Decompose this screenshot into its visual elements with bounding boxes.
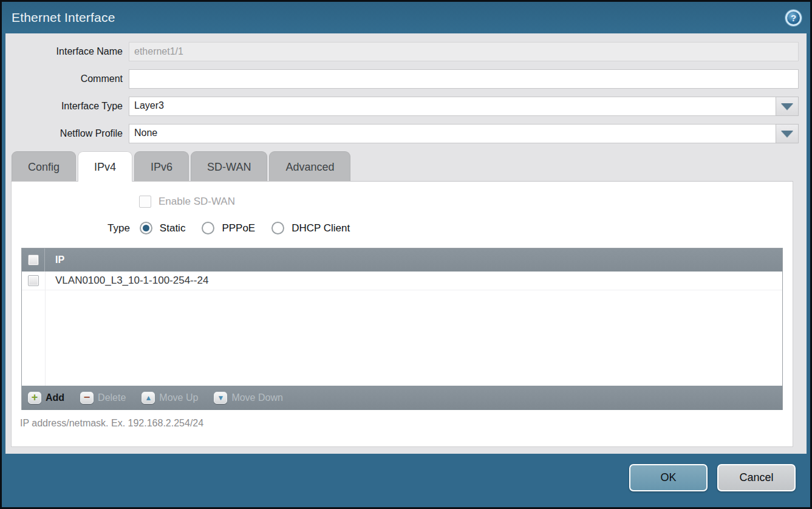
tab-sdwan[interactable]: SD-WAN <box>191 151 267 182</box>
type-label: Type <box>107 222 130 234</box>
chevron-down-icon <box>781 131 793 137</box>
radio-button-icon <box>140 222 152 234</box>
table-toolbar: + Add − Delete ▲ Move Up ▼ Move Down <box>22 386 782 410</box>
ip-format-hint: IP address/netmask. Ex. 192.168.2.254/24 <box>20 418 793 429</box>
ip-column-header: IP <box>45 254 64 265</box>
interface-type-label: Interface Type <box>5 101 129 112</box>
select-all-checkbox[interactable] <box>28 254 39 265</box>
arrow-down-icon: ▼ <box>214 392 227 404</box>
interface-name-label: Interface Name <box>5 46 129 57</box>
form-row-interface-type: Interface Type Layer3 <box>5 97 799 116</box>
netflow-profile-label: Netflow Profile <box>5 128 129 139</box>
tab-config[interactable]: Config <box>12 151 76 182</box>
interface-type-dropdown-button[interactable] <box>776 97 799 116</box>
add-button[interactable]: + Add <box>28 392 64 404</box>
type-row: Type Static PPPoE DHCP Client <box>107 222 793 234</box>
move-down-button-label: Move Down <box>231 392 282 403</box>
radio-dhcp-client-label: DHCP Client <box>292 222 350 234</box>
comment-input[interactable] <box>129 69 799 89</box>
minus-icon: − <box>80 392 94 404</box>
comment-label: Comment <box>5 73 129 84</box>
interface-type-select[interactable]: Layer3 <box>129 97 776 116</box>
enable-sdwan-checkbox <box>139 196 151 208</box>
dialog-titlebar: Ethernet Interface ? <box>2 2 810 33</box>
netflow-profile-select[interactable]: None <box>129 124 776 143</box>
ip-table-body: VLAN0100_L3_10-1-100-254--24 <box>22 272 782 386</box>
move-up-button-label: Move Up <box>159 392 198 403</box>
row-checkbox[interactable] <box>28 275 39 286</box>
dialog-body: Interface Name Comment Interface Type La… <box>5 33 807 454</box>
chevron-down-icon <box>781 103 793 110</box>
tab-strip: Config IPv4 IPv6 SD-WAN Advanced <box>5 151 799 182</box>
netflow-profile-dropdown-button[interactable] <box>776 124 799 143</box>
delete-button: − Delete <box>80 392 126 404</box>
tab-ipv4[interactable]: IPv4 <box>78 151 132 182</box>
tab-ipv6[interactable]: IPv6 <box>134 151 189 182</box>
header-checkbox-cell <box>22 248 45 272</box>
radio-pppoe-label: PPPoE <box>222 222 255 234</box>
enable-sdwan-label: Enable SD-WAN <box>159 196 235 208</box>
move-up-button: ▲ Move Up <box>142 392 198 404</box>
ip-table-header: IP <box>22 248 782 272</box>
form-row-netflow-profile: Netflow Profile None <box>5 124 799 143</box>
radio-button-icon <box>202 222 214 234</box>
radio-static-label: Static <box>160 222 186 234</box>
table-row[interactable]: VLAN0100_L3_10-1-100-254--24 <box>22 272 782 290</box>
radio-dhcp-client[interactable]: DHCP Client <box>271 222 350 234</box>
row-checkbox-cell <box>22 272 45 290</box>
delete-button-label: Delete <box>98 392 126 403</box>
tab-advanced[interactable]: Advanced <box>269 151 350 182</box>
ok-button[interactable]: OK <box>629 464 708 491</box>
move-down-button: ▼ Move Down <box>214 392 282 404</box>
enable-sdwan-row: Enable SD-WAN <box>139 196 793 208</box>
row-ip-value: VLAN0100_L3_10-1-100-254--24 <box>45 275 208 287</box>
help-icon[interactable]: ? <box>785 10 802 26</box>
add-button-label: Add <box>46 392 64 403</box>
radio-button-icon <box>271 222 284 234</box>
plus-icon: + <box>28 392 41 404</box>
ethernet-interface-dialog: Ethernet Interface ? Interface Name Comm… <box>0 0 812 509</box>
ipv4-tab-panel: Enable SD-WAN Type Static PPPoE DHCP Cli… <box>11 181 793 447</box>
ip-table: IP VLAN0100_L3_10-1-100-254--24 + Add <box>21 248 783 410</box>
radio-static[interactable]: Static <box>140 222 186 234</box>
dialog-footer: OK Cancel <box>2 454 810 507</box>
radio-pppoe[interactable]: PPPoE <box>202 222 255 234</box>
form-row-interface-name: Interface Name <box>5 42 799 61</box>
form-row-comment: Comment <box>5 69 799 89</box>
arrow-up-icon: ▲ <box>142 392 155 404</box>
cancel-button[interactable]: Cancel <box>717 464 796 491</box>
interface-name-input <box>129 42 799 61</box>
dialog-title: Ethernet Interface <box>12 10 785 25</box>
